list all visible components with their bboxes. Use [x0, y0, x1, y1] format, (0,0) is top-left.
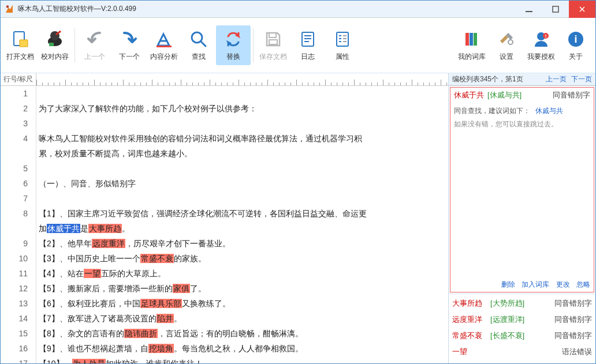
highlighted-error[interactable]: 远度重洋: [92, 239, 125, 248]
line-number: 8: [1, 206, 28, 221]
text-line: 【1】、国家主席习近平致贺信，强调经济全球化潮流不可逆转，各国利益日益交融、命运…: [39, 206, 448, 221]
open-file-button[interactable]: 打开文档: [3, 25, 38, 65]
svg-rect-2: [553, 6, 558, 12]
detail-category: 同音错别字: [553, 90, 590, 100]
text-line: 啄木鸟人工智能校对软件采用独创的容错分词法和词义概率路径最优算法，通过机器学习积: [39, 131, 448, 146]
text-line: 【10】、为人处是如此狡诈，谁肯和你来往！: [39, 356, 448, 363]
error-list-item[interactable]: 一望语法错误: [452, 344, 592, 360]
svg-rect-11: [269, 40, 277, 44]
highlighted-error[interactable]: 挖墙角: [148, 344, 174, 353]
line-number: 14: [1, 311, 28, 326]
svg-rect-7: [49, 43, 54, 46]
error-list-item[interactable]: 常盛不衰[长盛不衰]同音错别字: [452, 328, 592, 344]
about-button[interactable]: i关于: [558, 25, 593, 65]
error-list-item[interactable]: 远度重洋[远渡重洋]同音错别字: [452, 312, 592, 328]
change-action[interactable]: 更改: [556, 280, 570, 288]
log-button[interactable]: 日志: [290, 25, 325, 65]
line-number: 13: [1, 296, 28, 311]
highlighted-error[interactable]: 大事所趋: [88, 224, 122, 233]
text-line: 累，校对质量不断提高，词库也越来越小。: [39, 146, 448, 161]
text-line: 【6】、叙利亚比赛后，中国足球具乐部又换教练了。: [39, 296, 448, 311]
next-page-link[interactable]: 下一页: [571, 74, 592, 84]
props-button[interactable]: 属性: [325, 25, 360, 65]
svg-text:i: i: [574, 33, 577, 45]
detail-hint: 同音查找，建议词如下： 休戚与共: [454, 106, 590, 116]
settings-button[interactable]: 设置: [489, 25, 524, 65]
line-number: 1: [1, 86, 28, 101]
line-number: 6: [1, 176, 28, 191]
window-title: 啄木鸟人工智能校对软件—V:2.0.0.499: [18, 4, 516, 14]
highlighted-error[interactable]: 一望: [84, 269, 101, 278]
sidebar: 休威于共 [休戚与共] 同音错别字 同音查找，建议词如下： 休戚与共 如果没有错…: [448, 86, 595, 363]
line-number: 4: [1, 131, 28, 146]
close-button[interactable]: [569, 1, 595, 18]
text-line: 加休威于共是大事所趋。: [39, 221, 448, 236]
text-line: 【4】、站在一望五际的大草原上。: [39, 266, 448, 281]
next-button[interactable]: 下一个: [112, 25, 147, 65]
svg-rect-1: [526, 11, 532, 12]
add-dict-action[interactable]: 加入词库: [522, 280, 549, 288]
sidebar-header: 编校列表345个，第1页 上一页 下一页: [448, 73, 595, 85]
line-number: [1, 221, 28, 236]
editor-content[interactable]: 为了大家深入了解软件的功能，如下几个校对例子以供参考：啄木鸟人工智能校对软件采用…: [36, 86, 448, 363]
text-line: 【3】、中国历史上唯一一个常盛不衰的家族。: [39, 251, 448, 266]
sidebar-summary: 编校列表345个，第1页: [452, 74, 523, 84]
text-line: 为了大家深入了解软件的功能，如下几个校对例子以供参考：: [39, 101, 448, 116]
line-number: 10: [1, 251, 28, 266]
analyze-button[interactable]: 内容分析: [147, 25, 181, 65]
prev-page-link[interactable]: 上一页: [546, 74, 567, 84]
app-icon: [4, 4, 14, 14]
detail-wrong-word: 休威于共: [454, 90, 484, 100]
highlighted-error[interactable]: 足球具乐部: [140, 299, 182, 308]
line-number: 2: [1, 101, 28, 116]
prev-button[interactable]: 上一个: [77, 25, 112, 65]
detail-note: 如果没有错，您可以直接跳过去。: [454, 119, 590, 129]
svg-point-17: [508, 40, 513, 44]
svg-point-0: [6, 5, 9, 8]
highlighted-error[interactable]: 家俱: [173, 284, 190, 293]
maximize-button[interactable]: [542, 1, 569, 18]
line-number: 5: [1, 161, 28, 176]
replace-button[interactable]: 替换: [216, 25, 251, 65]
highlighted-error[interactable]: 为人处是: [72, 359, 106, 363]
text-line: 【9】、谁也不想祸起萧墙，自挖墙角。每当危机之秋，人人都争相救国。: [39, 341, 448, 356]
toolbar: 打开文档 校对内容 上一个 下一个 内容分析 查找 替换 保存文档 日志 属性 …: [1, 18, 595, 73]
error-list: 大事所趋[大势所趋]同音错别字远度重洋[远渡重洋]同音错别字常盛不衰[长盛不衰]…: [449, 294, 595, 363]
line-number: [1, 146, 28, 161]
line-number: 15: [1, 326, 28, 341]
text-line: 【5】、搬新家后，需要增添一些新的家俱了。: [39, 281, 448, 296]
text-line: （一）、同音、形似错别字: [39, 176, 448, 191]
find-button[interactable]: 查找: [181, 25, 216, 65]
ruler-row: 行号/标尺 编校列表345个，第1页 上一页 下一页: [1, 73, 595, 86]
highlighted-error[interactable]: 常盛不衰: [140, 254, 174, 263]
text-line: 【7】、敌军进入了诸葛亮设置的陷井。: [39, 311, 448, 326]
ignore-action[interactable]: 忽略: [576, 280, 590, 288]
svg-rect-4: [20, 40, 28, 47]
my-dict-button[interactable]: 我的词库: [455, 25, 489, 65]
editor[interactable]: 1234567891011121314151617 为了大家深入了解软件的功能，…: [1, 86, 448, 363]
text-line: [39, 86, 448, 101]
svg-rect-8: [157, 46, 172, 47]
suggestion-link[interactable]: 休戚与共: [535, 107, 563, 115]
text-line: [39, 191, 448, 206]
save-button[interactable]: 保存文档: [256, 25, 290, 65]
highlighted-error[interactable]: 陷井: [157, 314, 174, 323]
text-line: [39, 161, 448, 176]
proofread-button[interactable]: 校对内容: [38, 25, 72, 65]
ruler-label: 行号/标尺: [1, 73, 36, 85]
text-line: 【8】、杂文的言语有的隐讳曲折，言近旨远；有的明白晓畅，酣畅淋漓。: [39, 326, 448, 341]
line-number: 16: [1, 341, 28, 356]
line-number: 9: [1, 236, 28, 251]
svg-rect-14: [465, 33, 469, 46]
highlighted-error[interactable]: 休威于共: [47, 224, 80, 233]
line-number: 3: [1, 116, 28, 131]
titlebar: 啄木鸟人工智能校对软件—V:2.0.0.499: [1, 1, 595, 18]
line-number: 17: [1, 356, 28, 363]
authorize-button[interactable]: !我要授权: [524, 25, 558, 65]
line-number: 7: [1, 191, 28, 206]
error-list-item[interactable]: 大事所趋[大势所趋]同音错别字: [452, 295, 592, 312]
minimize-button[interactable]: [516, 1, 542, 18]
svg-rect-16: [474, 33, 477, 46]
delete-action[interactable]: 删除: [501, 280, 515, 288]
highlighted-error[interactable]: 隐讳曲折: [124, 329, 158, 338]
